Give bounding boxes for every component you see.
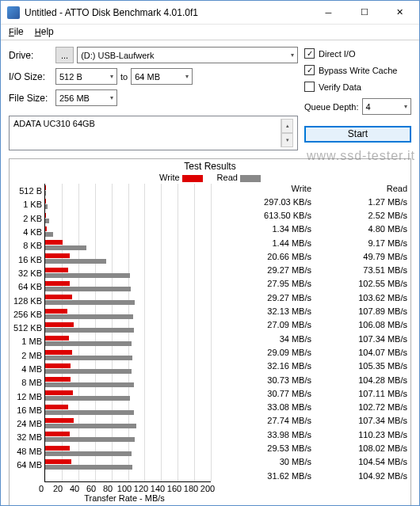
menubar: File Help [1,25,419,40]
chevron-down-icon: ▾ [110,73,113,80]
menu-help[interactable]: Help [30,25,59,40]
menu-file[interactable]: File [4,25,29,40]
drive-browse-button[interactable]: ... [55,47,74,63]
results-panel: Test Results Write Read 512 B1 KB2 KB4 K… [9,158,411,506]
results-title: Test Results [10,159,410,172]
x-axis-label: Transfer Rate - MB/s [41,493,208,503]
spinner[interactable]: ▴▾ [281,119,293,147]
file-size-label: File Size: [9,93,52,104]
device-textarea[interactable]: ADATA UC310 64GB ▴▾ [9,116,298,150]
bypass-checkbox[interactable]: ✓Bypass Write Cache [304,65,411,75]
read-swatch [240,175,261,182]
drive-select[interactable]: (D:) USB-Laufwerk▾ [77,47,298,63]
file-size-select[interactable]: 256 MB▾ [55,89,117,106]
results-table: WriteRead 297.03 KB/s1.27 MB/s613.50 KB/… [211,184,407,482]
io-to-label: to [120,72,128,82]
write-swatch [182,175,203,182]
chevron-down-icon: ▾ [185,73,189,80]
maximize-button[interactable]: ☐ [346,1,382,24]
chart: 512 B1 KB2 KB4 KB8 KB16 KB32 KB64 KB128 … [13,184,211,482]
app-icon [7,6,20,19]
chevron-down-icon: ▾ [404,103,407,110]
x-axis: 020406080100120140160180200 [41,484,208,493]
queue-depth-label: Queue Depth: [304,102,359,112]
chevron-down-icon: ▾ [291,51,294,59]
titlebar: Untitled - ATTO Disk Benchmark 4.01.0f1 … [1,1,419,25]
io-size-to-select[interactable]: 64 MB▾ [131,68,193,85]
direct-io-checkbox[interactable]: ✓Direct I/O [304,48,411,59]
chevron-down-icon: ▾ [281,133,293,147]
chevron-down-icon: ▾ [110,94,113,101]
chevron-up-icon: ▴ [281,119,293,133]
io-size-from-select[interactable]: 512 B▾ [55,68,117,85]
io-size-label: I/O Size: [9,71,52,82]
chart-legend: Write Read [10,172,410,184]
verify-checkbox[interactable]: Verify Data [304,82,411,92]
close-button[interactable]: ✕ [382,1,418,24]
window-title: Untitled - ATTO Disk Benchmark 4.01.0f1 [25,7,311,18]
drive-label: Drive: [9,50,52,61]
queue-depth-select[interactable]: 4▾ [362,98,412,115]
start-button[interactable]: Start [304,126,411,143]
minimize-button[interactable]: ─ [311,1,346,24]
